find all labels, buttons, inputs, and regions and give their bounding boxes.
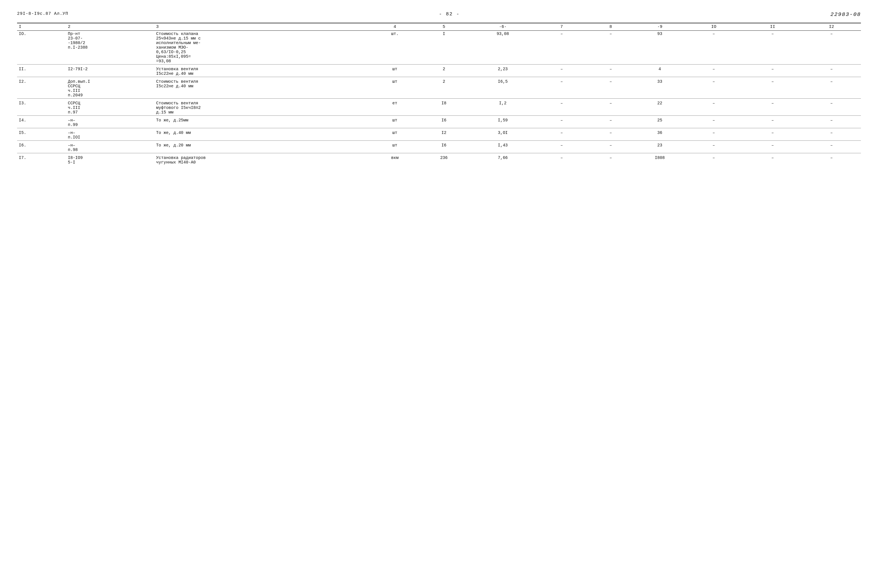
cell-5-3: То же, д.25мм <box>155 116 370 128</box>
col-header-5: 5 <box>419 23 468 31</box>
table-row: I3.ССРСЦ ч.III п.97Стоимость вентиля муф… <box>17 99 861 116</box>
cell-6-9: 36 <box>635 128 684 141</box>
cell-2-1: II. <box>17 64 66 77</box>
cell-5-12: – <box>802 116 861 128</box>
cell-5-1: I4. <box>17 116 66 128</box>
cell-6-3: То же, д.40 мм <box>155 128 370 141</box>
cell-1-5: I <box>419 31 468 64</box>
cell-6-5: I2 <box>419 128 468 141</box>
cell-4-3: Стоимость вентиля муфтового I5кчI8п2 д.1… <box>155 99 370 116</box>
cell-4-9: 22 <box>635 99 684 116</box>
col-header-6: ·6· <box>468 23 537 31</box>
cell-2-2: I2-79I-2 <box>66 64 154 77</box>
col-header-4: 4 <box>370 23 419 31</box>
cell-4-2: ССРСЦ ч.III п.97 <box>66 99 154 116</box>
cell-3-11: – <box>743 77 802 99</box>
cell-7-6: I,43 <box>468 141 537 153</box>
cell-1-10: – <box>684 31 743 64</box>
cell-8-4: вкм <box>370 153 419 166</box>
cell-8-1: I7. <box>17 153 66 166</box>
cell-8-9: I808 <box>635 153 684 166</box>
cell-5-10: – <box>684 116 743 128</box>
cell-4-5: I8 <box>419 99 468 116</box>
cell-8-12: – <box>802 153 861 166</box>
col-header-11: II <box>743 23 802 31</box>
cell-3-2: Доп.вып.I ССРСЦ ч.III п.2049 <box>66 77 154 99</box>
cell-3-8: – <box>586 77 635 99</box>
header-center: - 82 - <box>439 11 460 17</box>
cell-3-9: 33 <box>635 77 684 99</box>
cell-5-11: – <box>743 116 802 128</box>
cell-7-3: То же, д.20 мм <box>155 141 370 153</box>
cell-8-7: – <box>537 153 586 166</box>
cell-3-12: – <box>802 77 861 99</box>
cell-6-1: I5. <box>17 128 66 141</box>
cell-5-6: I,59 <box>468 116 537 128</box>
cell-4-11: – <box>743 99 802 116</box>
cell-6-11: – <box>743 128 802 141</box>
cell-7-1: I6. <box>17 141 66 153</box>
col-header-9: ·9 <box>635 23 684 31</box>
col-header-2: 2 <box>66 23 154 31</box>
cell-3-4: шт <box>370 77 419 99</box>
cell-3-6: I6,5 <box>468 77 537 99</box>
cell-3-5: 2 <box>419 77 468 99</box>
cell-2-8: – <box>586 64 635 77</box>
table-row: II.I2-79I-2Установка вентиля I5с22не д.4… <box>17 64 861 77</box>
cell-1-12: – <box>802 31 861 64</box>
cell-6-8: – <box>586 128 635 141</box>
main-table: I 2 3 4 5 ·6· 7 8 ·9 IO II I2 IO.Пр-нт 2… <box>17 23 861 165</box>
cell-1-11: – <box>743 31 802 64</box>
cell-1-3: Стоимость клапана 25ч943не д.15 мм с исп… <box>155 31 370 64</box>
cell-7-9: 23 <box>635 141 684 153</box>
cell-8-5: 236 <box>419 153 468 166</box>
cell-4-6: I,2 <box>468 99 537 116</box>
cell-8-3: Установка радиаторов чугунных МI40-А0 <box>155 153 370 166</box>
cell-1-7: – <box>537 31 586 64</box>
table-row: I4.–н– п.99То же, д.25ммштI6I,59––25––– <box>17 116 861 128</box>
cell-3-3: Стоимость вентиля I5с22не д.40 мм <box>155 77 370 99</box>
cell-6-12: – <box>802 128 861 141</box>
col-header-3: 3 <box>155 23 370 31</box>
cell-8-6: 7,66 <box>468 153 537 166</box>
col-header-10: IO <box>684 23 743 31</box>
cell-1-1: IO. <box>17 31 66 64</box>
cell-6-6: 3,OI <box>468 128 537 141</box>
cell-8-10: – <box>684 153 743 166</box>
cell-2-10: – <box>684 64 743 77</box>
col-header-8: 8 <box>586 23 635 31</box>
cell-2-9: 4 <box>635 64 684 77</box>
cell-7-10: – <box>684 141 743 153</box>
cell-7-7: – <box>537 141 586 153</box>
cell-1-2: Пр-нт 23-07- -1980/2 п.I-2388 <box>66 31 154 64</box>
col-header-7: 7 <box>537 23 586 31</box>
col-header-12: I2 <box>802 23 861 31</box>
table-row: I6.–н– п.98То же, д.20 ммштI6I,43––23––– <box>17 141 861 153</box>
page-header: 29I-8-I9c.87 Ал.УП - 82 - 22983-08 <box>17 11 861 18</box>
cell-5-2: –н– п.99 <box>66 116 154 128</box>
cell-6-4: шт <box>370 128 419 141</box>
cell-2-11: – <box>743 64 802 77</box>
cell-4-1: I3. <box>17 99 66 116</box>
cell-3-7: – <box>537 77 586 99</box>
cell-5-5: I6 <box>419 116 468 128</box>
cell-2-4: шт <box>370 64 419 77</box>
cell-2-3: Установка вентиля I5с22не д.40 мм <box>155 64 370 77</box>
cell-2-6: 2,23 <box>468 64 537 77</box>
cell-7-8: – <box>586 141 635 153</box>
cell-1-4: шт. <box>370 31 419 64</box>
cell-1-9: 93 <box>635 31 684 64</box>
cell-4-12: – <box>802 99 861 116</box>
cell-5-8: – <box>586 116 635 128</box>
cell-5-4: шт <box>370 116 419 128</box>
col-header-1: I <box>17 23 66 31</box>
cell-4-10: – <box>684 99 743 116</box>
cell-2-7: – <box>537 64 586 77</box>
cell-1-8: – <box>586 31 635 64</box>
header-right: 22983-08 <box>830 11 861 18</box>
header-left: 29I-8-I9c.87 Ал.УП <box>17 11 68 16</box>
cell-5-7: – <box>537 116 586 128</box>
cell-5-9: 25 <box>635 116 684 128</box>
table-row: I2.Доп.вып.I ССРСЦ ч.III п.2049Стоимость… <box>17 77 861 99</box>
cell-3-10: – <box>684 77 743 99</box>
